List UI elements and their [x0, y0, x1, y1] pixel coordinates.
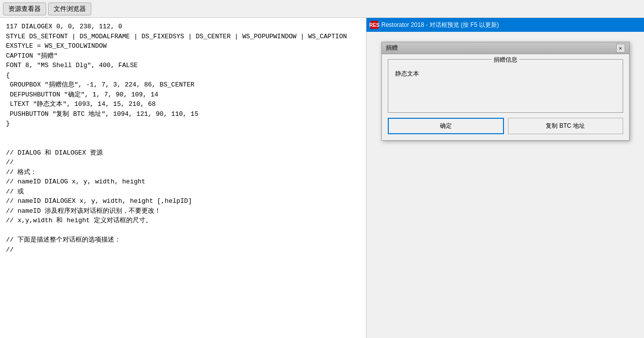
preview-title-text: Restorator 2018 - 对话框预览 (按 F5 以更新) — [381, 21, 499, 29]
preview-app-icon: RES — [370, 21, 378, 29]
dialog-buttons: 确定 复制 BTC 地址 — [388, 118, 623, 134]
toolbar: 资源查看器 文件浏览器 — [0, 0, 644, 18]
dialog-body: 捐赠信息 静态文本 确定 复制 BTC 地址 — [382, 54, 629, 140]
main-area: 117 DIALOGEX 0, 0, 238, 112, 0 STYLE DS_… — [0, 18, 644, 338]
static-text: 静态文本 — [393, 68, 618, 107]
dialog-close-button[interactable]: × — [616, 44, 625, 53]
dialog-title: 捐赠 — [386, 44, 398, 52]
dialog-container: 捐赠 × 捐赠信息 静态文本 确定 复制 BTC 地址 — [366, 32, 644, 338]
ok-button[interactable]: 确定 — [388, 118, 504, 134]
dialog-groupbox: 捐赠信息 静态文本 — [388, 59, 623, 113]
groupbox-title: 捐赠信息 — [492, 56, 519, 64]
preview-titlebar: RES Restorator 2018 - 对话框预览 (按 F5 以更新) — [366, 18, 644, 32]
preview-panel: RES Restorator 2018 - 对话框预览 (按 F5 以更新) 捐… — [366, 18, 644, 338]
resource-viewer-btn[interactable]: 资源查看器 — [3, 2, 46, 15]
copy-btc-button[interactable]: 复制 BTC 地址 — [508, 118, 623, 134]
file-browser-btn[interactable]: 文件浏览器 — [48, 2, 91, 15]
dialog-titlebar: 捐赠 × — [382, 42, 629, 54]
dialog-window: 捐赠 × 捐赠信息 静态文本 确定 复制 BTC 地址 — [381, 42, 630, 141]
